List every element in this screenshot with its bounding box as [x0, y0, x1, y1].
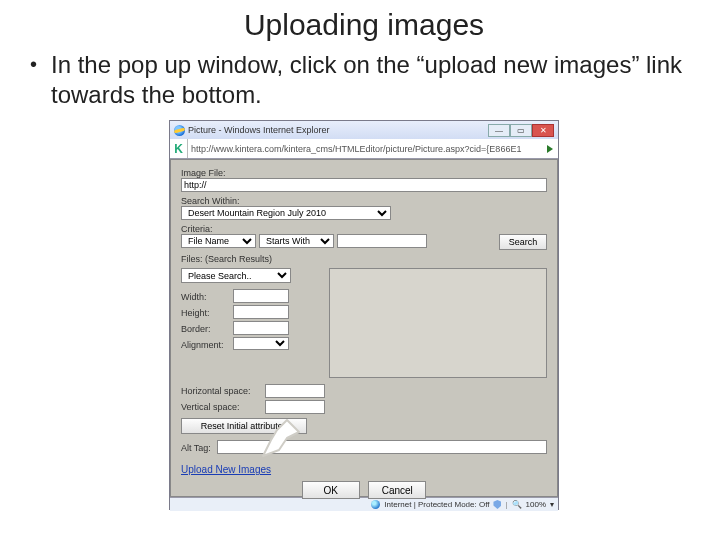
address-url[interactable]: http://www.kintera.com/kintera_cms/HTMLE… [188, 139, 542, 158]
minimize-button[interactable]: — [488, 124, 510, 137]
criteria-label: Criteria: [181, 224, 547, 234]
height-input[interactable] [233, 305, 289, 319]
go-button[interactable] [542, 139, 558, 158]
slide-bullet: In the pop up window, click on the “uplo… [0, 42, 728, 110]
ie-title: Picture - Windows Internet Explorer [188, 125, 330, 135]
address-bar: K http://www.kintera.com/kintera_cms/HTM… [170, 139, 558, 159]
slide-title: Uploading images [0, 0, 728, 42]
zoom-level[interactable]: 100% [526, 500, 546, 509]
alt-tag-label: Alt Tag: [181, 443, 211, 453]
search-within-label: Search Within: [181, 196, 547, 206]
files-label: Files: (Search Results) [181, 254, 547, 264]
protected-mode-icon [493, 500, 501, 509]
width-label: Width: [181, 292, 233, 302]
vspace-input[interactable] [265, 400, 325, 414]
ok-button[interactable]: OK [302, 481, 360, 499]
internet-zone-icon [371, 500, 380, 509]
criteria-field-select[interactable]: File Name [181, 234, 256, 248]
vspace-label: Vertical space: [181, 402, 265, 414]
ie-status-bar: Internet | Protected Mode: Off | 🔍 100% … [170, 497, 558, 511]
alignment-label: Alignment: [181, 340, 233, 350]
picture-dialog: Image File: Search Within: Desert Mounta… [170, 159, 558, 497]
zoom-icon[interactable]: 🔍 [512, 500, 522, 509]
zoom-dropdown-icon[interactable]: ▾ [550, 500, 554, 509]
hspace-input[interactable] [265, 384, 325, 398]
upload-new-images-link[interactable]: Upload New Images [181, 464, 271, 475]
criteria-op-select[interactable]: Starts With [259, 234, 334, 248]
border-label: Border: [181, 324, 233, 334]
alignment-select[interactable] [233, 337, 289, 350]
image-file-input[interactable] [181, 178, 547, 192]
hspace-label: Horizontal space: [181, 386, 265, 398]
files-select[interactable]: Please Search.. [181, 268, 291, 283]
maximize-button[interactable]: ▭ [510, 124, 532, 137]
ie-icon [174, 125, 185, 136]
criteria-value-input[interactable] [337, 234, 427, 248]
ie-titlebar: Picture - Windows Internet Explorer — ▭ … [170, 121, 558, 139]
search-button[interactable]: Search [499, 234, 547, 250]
reset-attributes-button[interactable]: Reset Initial attributes [181, 418, 307, 434]
width-input[interactable] [233, 289, 289, 303]
cancel-button[interactable]: Cancel [368, 481, 426, 499]
site-favicon: K [170, 139, 188, 158]
height-label: Height: [181, 308, 233, 318]
bullet-text: In the pop up window, click on the “uplo… [51, 50, 698, 110]
status-text: Internet | Protected Mode: Off [384, 500, 489, 509]
search-within-select[interactable]: Desert Mountain Region July 2010 [181, 206, 391, 220]
ie-window: Picture - Windows Internet Explorer — ▭ … [169, 120, 559, 510]
close-button[interactable]: ✕ [532, 124, 554, 137]
preview-pane [329, 268, 547, 378]
alt-tag-input[interactable] [217, 440, 547, 454]
image-file-label: Image File: [181, 168, 547, 178]
border-input[interactable] [233, 321, 289, 335]
